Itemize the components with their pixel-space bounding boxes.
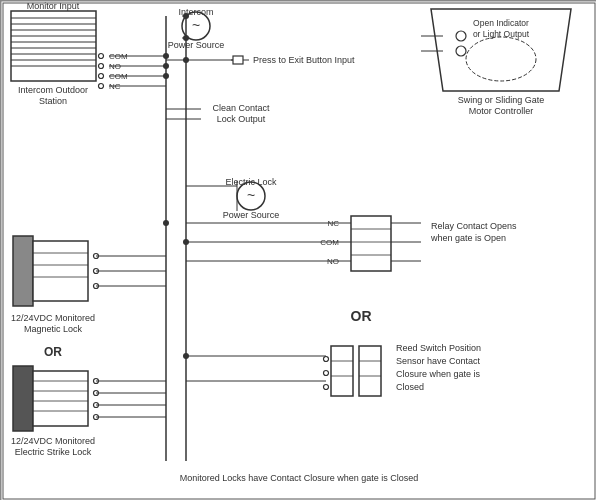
svg-rect-57	[33, 371, 88, 426]
svg-text:~: ~	[192, 17, 200, 33]
svg-point-119	[183, 353, 189, 359]
svg-text:OR: OR	[351, 308, 372, 324]
svg-text:Lock Output: Lock Output	[217, 114, 266, 124]
svg-point-113	[163, 73, 169, 79]
svg-point-13	[99, 74, 104, 79]
svg-point-14	[99, 84, 104, 89]
svg-text:Closed: Closed	[396, 382, 424, 392]
svg-text:Station: Station	[39, 96, 67, 106]
svg-point-115	[183, 35, 189, 41]
svg-point-101	[324, 385, 329, 390]
svg-text:Power Source: Power Source	[223, 210, 280, 220]
svg-point-111	[163, 53, 169, 59]
diagram-container: Monitor Input COM NO COM NC Intercom Out…	[0, 0, 596, 500]
svg-text:Intercom Outdoor: Intercom Outdoor	[18, 85, 88, 95]
svg-text:Swing or Sliding Gate: Swing or Sliding Gate	[458, 95, 545, 105]
svg-text:Press to Exit Button Input: Press to Exit Button Input	[253, 55, 355, 65]
svg-text:Reed Switch Position: Reed Switch Position	[396, 343, 481, 353]
svg-text:Power Source: Power Source	[168, 40, 225, 50]
svg-rect-45	[13, 236, 33, 306]
svg-rect-94	[359, 346, 381, 396]
svg-point-100	[324, 371, 329, 376]
svg-text:OR: OR	[44, 345, 62, 359]
svg-rect-77	[351, 216, 391, 271]
svg-text:Relay Contact Opens: Relay Contact Opens	[431, 221, 517, 231]
svg-point-70	[456, 46, 466, 56]
svg-rect-46	[33, 241, 88, 301]
svg-text:12/24VDC Monitored: 12/24VDC Monitored	[11, 313, 95, 323]
svg-point-118	[183, 239, 189, 245]
svg-point-114	[183, 13, 189, 19]
svg-text:Open Indicator: Open Indicator	[473, 18, 529, 28]
svg-point-69	[456, 31, 466, 41]
svg-text:Monitored Locks have Contact C: Monitored Locks have Contact Closure whe…	[180, 473, 419, 483]
svg-text:when gate is Open: when gate is Open	[430, 233, 506, 243]
svg-point-112	[163, 63, 169, 69]
svg-rect-93	[331, 346, 353, 396]
svg-text:Magnetic Lock: Magnetic Lock	[24, 324, 83, 334]
svg-text:Sensor have Contact: Sensor have Contact	[396, 356, 481, 366]
svg-rect-56	[13, 366, 33, 431]
svg-text:Clean Contact: Clean Contact	[212, 103, 270, 113]
svg-rect-25	[233, 56, 243, 64]
svg-text:Motor Controller: Motor Controller	[469, 106, 534, 116]
svg-rect-1	[11, 11, 96, 81]
svg-text:Electric Strike Lock: Electric Strike Lock	[15, 447, 92, 457]
svg-point-117	[163, 220, 169, 226]
svg-point-12	[99, 64, 104, 69]
svg-text:~: ~	[247, 187, 255, 203]
svg-text:Closure when gate is: Closure when gate is	[396, 369, 481, 379]
svg-text:12/24VDC Monitored: 12/24VDC Monitored	[11, 436, 95, 446]
svg-point-116	[183, 57, 189, 63]
svg-point-99	[324, 357, 329, 362]
svg-text:or Light Output: or Light Output	[473, 29, 530, 39]
svg-point-11	[99, 54, 104, 59]
